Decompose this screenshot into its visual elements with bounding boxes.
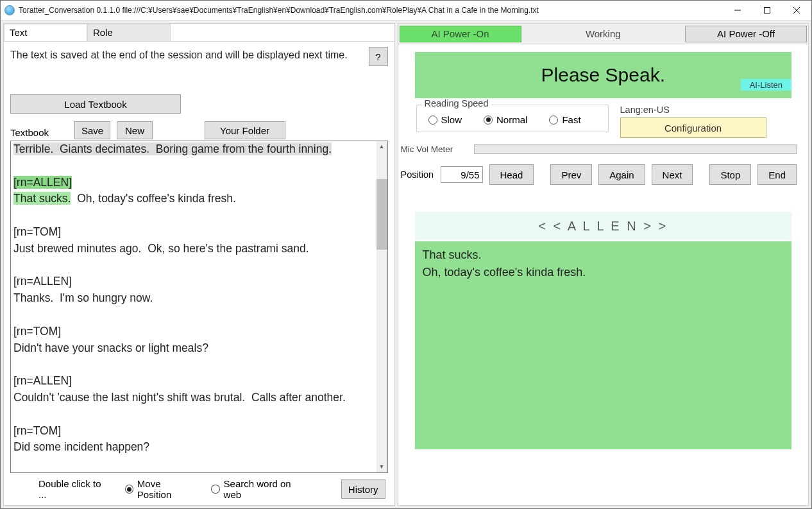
textbook-highlight: That sucks.	[13, 192, 71, 205]
doubleclick-label: Double click to ...	[38, 478, 107, 500]
load-textbook-button[interactable]: Load Textbook	[10, 94, 181, 114]
textbook-role-tag: [rn=ALLEN]	[13, 176, 72, 189]
app-icon	[4, 5, 15, 15]
current-line-box: That sucks. Oh, today's coffee's kinda f…	[415, 241, 791, 449]
textbook-line: Terrible. Giants decimates. Boring game …	[13, 142, 332, 155]
tab-text-label: Text	[10, 27, 28, 38]
scroll-thumb[interactable]	[376, 179, 387, 250]
save-message: The text is saved at the end of the sess…	[10, 47, 364, 61]
new-button[interactable]: New	[117, 121, 153, 139]
speak-banner: Please Speak.	[415, 52, 791, 98]
textbook-label: Textbook	[10, 127, 49, 139]
svg-rect-1	[765, 8, 770, 13]
scroll-down-icon[interactable]: ▼	[376, 462, 387, 472]
ai-listen-badge: AI-Listen	[741, 79, 791, 91]
window-title: Toratter_Conversation 0.1.1.0 file:///C:…	[19, 6, 539, 15]
textbook-line: Oh, today's coffee's kinda fresh.	[71, 192, 235, 205]
next-button[interactable]: Next	[652, 164, 693, 185]
configuration-button[interactable]: Configuration	[620, 117, 766, 138]
ai-power-off-button[interactable]: AI Power -Off	[685, 26, 807, 42]
again-button[interactable]: Again	[598, 164, 645, 185]
tab-text[interactable]: Text	[4, 24, 87, 42]
position-label: Position	[401, 169, 434, 180]
tab-role[interactable]: Role	[87, 24, 171, 42]
close-button[interactable]	[782, 1, 811, 20]
scrollbar[interactable]: ▲ ▼	[376, 141, 387, 472]
radio-fast[interactable]: Fast	[549, 114, 580, 125]
window-titlebar: Toratter_Conversation 0.1.1.0 file:///C:…	[1, 1, 811, 20]
prev-button[interactable]: Prev	[550, 164, 592, 185]
textbook-rest: [rn=TOM] Just brewed minutes ago. Ok, so…	[13, 225, 346, 453]
textbook-textarea[interactable]: Terrible. Giants decimates. Boring game …	[10, 141, 388, 473]
radio-slow[interactable]: Slow	[428, 114, 462, 125]
ai-power-on-button[interactable]: AI Power -On	[400, 26, 521, 42]
mic-meter-label: Mic Vol Meter	[401, 144, 465, 154]
help-button[interactable]: ?	[369, 47, 388, 66]
your-folder-button[interactable]: Your Folder	[205, 121, 285, 139]
tab-role-label: Role	[93, 27, 113, 38]
maximize-button[interactable]	[752, 1, 782, 20]
scroll-up-icon[interactable]: ▲	[376, 141, 387, 152]
minimize-button[interactable]	[723, 1, 752, 20]
radio-move-position[interactable]: Move Position	[125, 478, 194, 500]
stop-button[interactable]: Stop	[709, 164, 751, 185]
reading-speed-group: Reading Speed Slow Normal Fast	[416, 105, 609, 132]
current-line-text: That sucks. Oh, today's coffee's kinda f…	[423, 248, 586, 279]
ai-status-label: Working	[521, 28, 685, 39]
save-button[interactable]: Save	[74, 121, 110, 139]
position-input[interactable]: 9/55	[441, 166, 483, 183]
language-label: Lang:en-US	[620, 105, 766, 117]
history-button[interactable]: History	[341, 479, 385, 499]
current-role-banner: < < A L L E N > >	[415, 212, 791, 240]
end-button[interactable]: End	[757, 164, 797, 185]
radio-normal[interactable]: Normal	[484, 114, 527, 125]
mic-volume-meter	[474, 144, 797, 154]
radio-search-web[interactable]: Search word on web	[211, 478, 305, 500]
head-button[interactable]: Head	[489, 164, 534, 185]
